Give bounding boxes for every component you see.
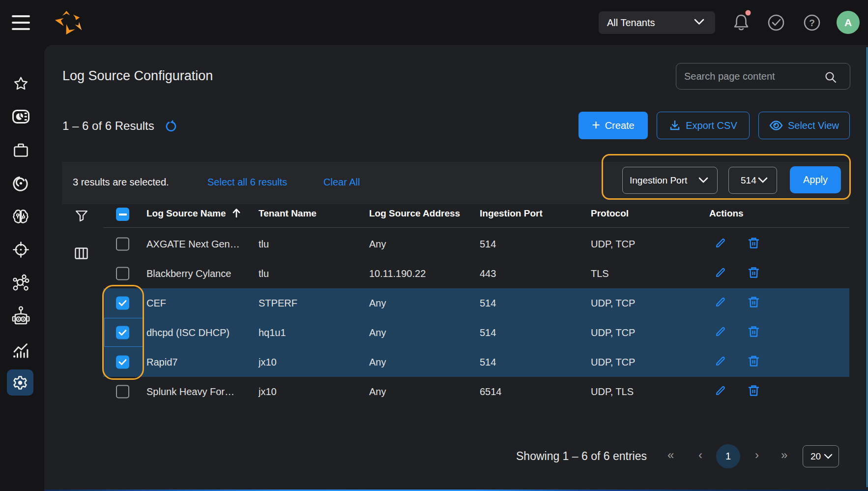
svg-text:?: ? bbox=[809, 18, 815, 28]
